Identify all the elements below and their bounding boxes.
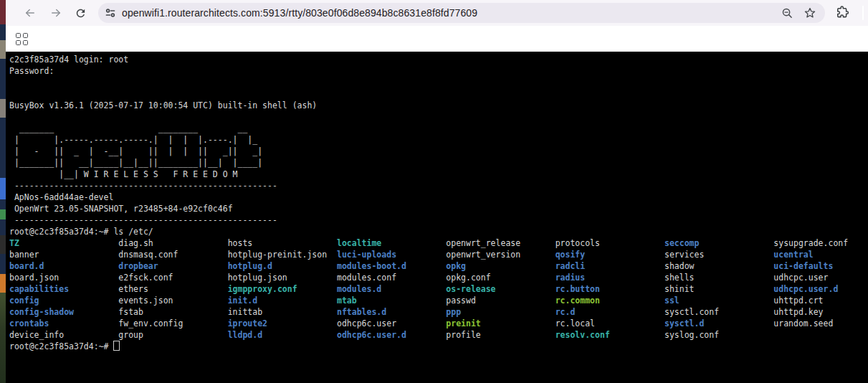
file-entry: rc.button — [555, 284, 664, 294]
desktop-edge-segment — [0, 274, 6, 293]
file-entry: nftables.d — [337, 307, 446, 317]
file-entry: lldpd.d — [228, 330, 337, 340]
file-entry: resolv.conf — [555, 330, 664, 340]
bookmark-star-icon[interactable] — [803, 6, 816, 19]
desktop-edge-segment — [0, 99, 6, 118]
file-entry: sysctl.d — [664, 318, 773, 328]
file-entry: TZ — [9, 238, 118, 248]
file-entry: odhcp6c.user.d — [337, 330, 446, 340]
file-entry: fstab — [118, 307, 227, 317]
forward-arrow-icon — [49, 6, 62, 19]
file-entry: config-shadow — [9, 307, 118, 317]
file-entry: crontabs — [9, 318, 118, 328]
reload-icon — [75, 7, 87, 19]
file-entry: dropbear — [118, 261, 227, 271]
terminal-line: capabilities ethers igmpproxy.conf modul… — [9, 283, 868, 295]
file-entry: init.d — [228, 295, 337, 306]
terminal-line: TZ diag.sh hosts localtime openwrt_relea… — [9, 237, 868, 249]
file-entry: os-release — [446, 284, 555, 294]
grid-square — [16, 33, 21, 38]
file-entry: rc.d — [555, 307, 664, 317]
zoom-out-icon[interactable] — [781, 7, 793, 19]
file-entry: capabilities — [9, 284, 118, 294]
file-entry: seccomp — [664, 238, 773, 248]
file-entry: openwrt_release — [446, 238, 555, 248]
terminal-output: c2c3f85a37d4 login: rootPassword: BusyBo… — [6, 52, 868, 352]
terminal-line: | |.-----.-----.-----.| | | |.----.| |_ — [9, 134, 868, 146]
extensions-button[interactable] — [832, 3, 852, 23]
file-entry: inittab — [228, 307, 337, 317]
desktop-edge-segment — [0, 178, 6, 199]
file-entry: urandom.seed — [773, 318, 833, 328]
file-entry: openwrt_version — [446, 250, 555, 260]
grid-square — [23, 40, 28, 45]
terminal-cursor — [113, 341, 120, 351]
file-entry: e2fsck.conf — [118, 273, 227, 283]
file-entry: rc.local — [555, 318, 664, 328]
file-entry: rc.common — [555, 295, 664, 306]
terminal-line: _______ ________ __ — [9, 123, 868, 134]
file-entry: luci-uploads — [337, 250, 446, 260]
file-entry: hotplug.json — [228, 273, 337, 283]
terminal[interactable]: c2c3f85a37d4 login: rootPassword: BusyBo… — [6, 52, 868, 383]
back-button[interactable] — [21, 4, 39, 22]
terminal-line: Password: — [9, 65, 868, 77]
file-entry: qosify — [555, 250, 664, 260]
file-entry: opkg — [446, 261, 555, 271]
screen: openwifi1.routerarchitects.com:5913/rtty… — [0, 0, 868, 383]
file-entry: device_info — [9, 330, 118, 340]
file-entry: igmpproxy.conf — [228, 284, 337, 294]
file-entry: iproute2 — [228, 318, 337, 328]
shell-prompt: root@c2c3f85a37d4:~# — [9, 227, 113, 237]
site-settings-tune-icon[interactable] — [105, 7, 116, 19]
banner-line: ----------------------------------------… — [9, 215, 277, 225]
file-entry: diag.sh — [118, 238, 227, 248]
browser-toolbar: openwifi1.routerarchitects.com:5913/rtty… — [6, 0, 868, 26]
desktop-edge-segment — [0, 40, 6, 59]
terminal-line: | - || _ | -__| || | | || _|| _| — [9, 146, 868, 157]
extensions-puzzle-icon — [836, 5, 849, 21]
desktop-edge-segment — [0, 235, 6, 254]
file-entry: passwd — [446, 295, 555, 306]
file-entry: sysctl.conf — [664, 307, 773, 317]
file-entry: fw_env.config — [118, 318, 227, 328]
file-entry: group — [118, 330, 227, 340]
file-entry: localtime — [337, 238, 446, 248]
terminal-line: OpenWrt 23.05-SNAPSHOT, r23485+84-e92cf0… — [9, 203, 868, 214]
terminal-line: banner dnsmasq.conf hotplug-preinit.json… — [9, 249, 868, 260]
terminal-line: c2c3f85a37d4 login: root — [9, 54, 868, 65]
file-entry: odhcp6c.user — [337, 318, 446, 328]
terminal-line: config events.json init.d mtab passwd rc… — [9, 295, 868, 306]
banner-line: OpenWrt 23.05-SNAPSHOT, r23485+84-e92cf0… — [9, 204, 233, 214]
apps-grid-icon[interactable] — [16, 33, 28, 45]
banner-line: | |.-----.-----.-----.| | | |.----.| |_ — [9, 135, 257, 145]
file-entry: hosts — [228, 238, 337, 248]
forward-button[interactable] — [47, 4, 65, 22]
window-edge-divider — [862, 6, 864, 20]
file-entry: ethers — [118, 284, 227, 294]
file-entry: events.json — [118, 295, 227, 306]
file-entry: services — [664, 250, 773, 260]
terminal-line: BusyBox v1.36.1 (2025-07-17 10:00:54 UTC… — [9, 100, 868, 111]
file-entry: modules-boot.d — [337, 261, 446, 271]
file-entry: protocols — [555, 238, 664, 248]
file-entry: hotplug.d — [228, 261, 337, 271]
terminal-line: root@c2c3f85a37d4:~# ls /etc/ — [9, 226, 868, 237]
desktop-edge-segment — [0, 0, 6, 24]
file-entry: uhttpd.crt — [773, 295, 823, 306]
file-entry: uhttpd.key — [773, 307, 823, 317]
file-entry: udhcpc.user.d — [773, 284, 838, 294]
terminal-line: root@c2c3f85a37d4:~# — [9, 341, 868, 352]
terminal-line — [9, 111, 868, 123]
file-entry: shinit — [664, 284, 773, 294]
url-text[interactable]: openwifi1.routerarchitects.com:5913/rtty… — [122, 7, 781, 19]
reload-button[interactable] — [71, 4, 90, 22]
terminal-line: config-shadow fstab inittab nftables.d p… — [9, 306, 868, 318]
file-entry: uci-defaults — [773, 261, 833, 271]
url-bar[interactable]: openwifi1.routerarchitects.com:5913/rtty… — [98, 3, 825, 23]
grid-square — [16, 40, 21, 45]
file-entry: mtab — [337, 295, 446, 306]
file-entry: config — [9, 295, 118, 306]
terminal-line: |__| W I R E L E S S F R E E D O M — [9, 169, 868, 180]
banner-line: | - || _ | -__| || | | || _|| _| — [9, 146, 262, 156]
